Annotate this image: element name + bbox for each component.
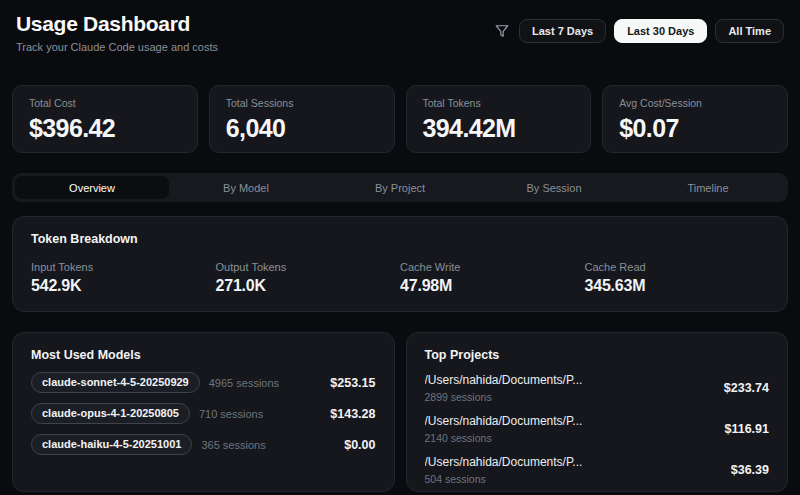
project-sessions-count: 504 sessions bbox=[425, 473, 583, 485]
usage-dashboard-page: Usage Dashboard Track your Claude Code u… bbox=[0, 0, 800, 495]
stats-row: Total Cost $396.42 Total Sessions 6,040 … bbox=[12, 85, 788, 153]
token-stat-label: Output Tokens bbox=[216, 261, 401, 273]
view-tabs: Overview By Model By Project By Session … bbox=[12, 173, 788, 202]
model-cost: $143.28 bbox=[330, 407, 375, 421]
stat-value: $396.42 bbox=[29, 114, 181, 143]
range-last-30-days-button[interactable]: Last 30 Days bbox=[614, 19, 707, 43]
stat-card-total-cost: Total Cost $396.42 bbox=[12, 85, 198, 153]
most-used-models-title: Most Used Models bbox=[31, 348, 376, 362]
date-range-controls: Last 7 Days Last 30 Days All Time bbox=[495, 19, 784, 43]
token-breakdown-title: Token Breakdown bbox=[31, 232, 769, 246]
tab-by-project[interactable]: By Project bbox=[323, 176, 477, 199]
stat-label: Total Cost bbox=[29, 97, 181, 109]
stat-value: $0.07 bbox=[619, 114, 771, 143]
token-stat-label: Cache Read bbox=[585, 261, 770, 273]
funnel-icon[interactable] bbox=[495, 24, 509, 38]
token-stat-value: 271.0K bbox=[216, 277, 401, 295]
token-breakdown-grid: Input Tokens 542.9K Output Tokens 271.0K… bbox=[31, 261, 769, 295]
stat-label: Avg Cost/Session bbox=[619, 97, 771, 109]
stat-label: Total Tokens bbox=[423, 97, 575, 109]
token-breakdown-card: Token Breakdown Input Tokens 542.9K Outp… bbox=[12, 216, 788, 312]
bottom-cards: Most Used Models claude-sonnet-4-5-20250… bbox=[12, 332, 788, 492]
top-projects-title: Top Projects bbox=[425, 348, 770, 362]
page-subtitle: Track your Claude Code usage and costs bbox=[16, 41, 218, 53]
tab-by-session[interactable]: By Session bbox=[477, 176, 631, 199]
project-sessions-count: 2140 sessions bbox=[425, 432, 583, 444]
model-name-badge: claude-sonnet-4-5-20250929 bbox=[31, 372, 200, 393]
model-cost: $0.00 bbox=[344, 438, 375, 452]
project-cost: $233.74 bbox=[724, 381, 769, 395]
project-cost: $36.39 bbox=[731, 463, 769, 477]
stat-value: 6,040 bbox=[226, 114, 378, 143]
range-all-time-button[interactable]: All Time bbox=[715, 19, 784, 43]
model-name-badge: claude-opus-4-1-20250805 bbox=[31, 403, 190, 424]
model-row: claude-sonnet-4-5-20250929 4965 sessions… bbox=[31, 372, 376, 393]
tab-by-model[interactable]: By Model bbox=[169, 176, 323, 199]
page-title: Usage Dashboard bbox=[16, 12, 218, 36]
project-row: /Users/nahida/Documents/P... 2899 sessio… bbox=[425, 373, 770, 403]
stat-card-total-tokens: Total Tokens 394.42M bbox=[406, 85, 592, 153]
token-stat-value: 542.9K bbox=[31, 277, 216, 295]
model-row: claude-opus-4-1-20250805 710 sessions $1… bbox=[31, 403, 376, 424]
token-stat-value: 345.63M bbox=[585, 277, 770, 295]
project-path: /Users/nahida/Documents/P... bbox=[425, 414, 583, 428]
project-info: /Users/nahida/Documents/P... 2140 sessio… bbox=[425, 414, 583, 444]
project-cost: $116.91 bbox=[725, 422, 770, 436]
top-projects-card: Top Projects /Users/nahida/Documents/P..… bbox=[406, 332, 789, 492]
token-stat-input-tokens: Input Tokens 542.9K bbox=[31, 261, 216, 295]
most-used-models-card: Most Used Models claude-sonnet-4-5-20250… bbox=[12, 332, 395, 492]
tab-overview[interactable]: Overview bbox=[15, 176, 169, 199]
token-stat-value: 47.98M bbox=[400, 277, 585, 295]
project-row: /Users/nahida/Documents/P... 2140 sessio… bbox=[425, 414, 770, 444]
model-sessions-count: 365 sessions bbox=[201, 439, 265, 451]
stat-card-total-sessions: Total Sessions 6,040 bbox=[209, 85, 395, 153]
project-info: /Users/nahida/Documents/P... 2899 sessio… bbox=[425, 373, 583, 403]
range-last-7-days-button[interactable]: Last 7 Days bbox=[519, 19, 606, 43]
token-stat-output-tokens: Output Tokens 271.0K bbox=[216, 261, 401, 295]
token-stat-label: Cache Write bbox=[400, 261, 585, 273]
token-stat-cache-read: Cache Read 345.63M bbox=[585, 261, 770, 295]
model-row: claude-haiku-4-5-20251001 365 sessions $… bbox=[31, 434, 376, 455]
tab-timeline[interactable]: Timeline bbox=[631, 176, 785, 199]
stat-label: Total Sessions bbox=[226, 97, 378, 109]
project-row: /Users/nahida/Documents/P... 504 session… bbox=[425, 455, 770, 485]
token-stat-cache-write: Cache Write 47.98M bbox=[400, 261, 585, 295]
model-sessions-count: 710 sessions bbox=[199, 408, 263, 420]
model-sessions-count: 4965 sessions bbox=[209, 377, 279, 389]
token-stat-label: Input Tokens bbox=[31, 261, 216, 273]
header-titles: Usage Dashboard Track your Claude Code u… bbox=[16, 12, 218, 53]
stat-card-avg-cost-session: Avg Cost/Session $0.07 bbox=[602, 85, 788, 153]
model-name-badge: claude-haiku-4-5-20251001 bbox=[31, 434, 192, 455]
project-info: /Users/nahida/Documents/P... 504 session… bbox=[425, 455, 583, 485]
project-path: /Users/nahida/Documents/P... bbox=[425, 455, 583, 469]
model-cost: $253.15 bbox=[330, 376, 375, 390]
project-path: /Users/nahida/Documents/P... bbox=[425, 373, 583, 387]
stat-value: 394.42M bbox=[423, 114, 575, 143]
project-sessions-count: 2899 sessions bbox=[425, 391, 583, 403]
header: Usage Dashboard Track your Claude Code u… bbox=[12, 10, 788, 53]
